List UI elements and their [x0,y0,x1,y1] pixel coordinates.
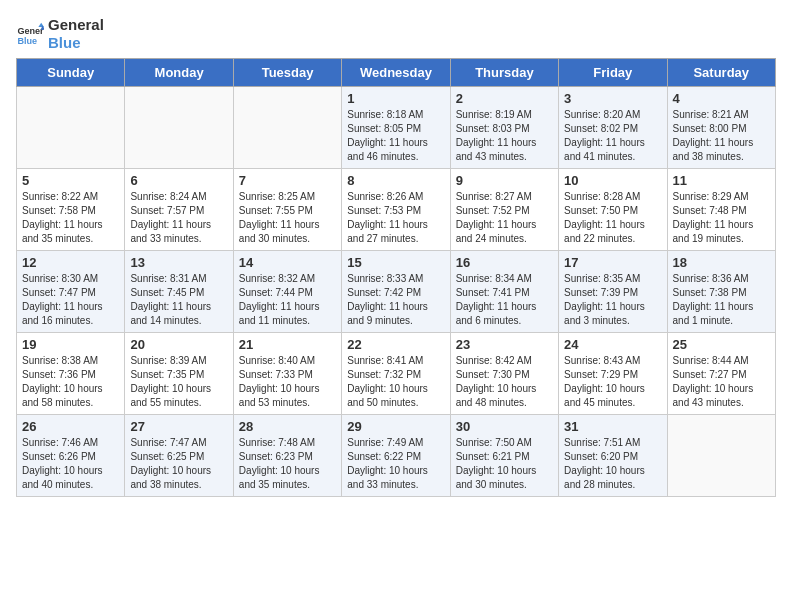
day-number: 3 [564,91,661,106]
day-info: Sunrise: 8:24 AM Sunset: 7:57 PM Dayligh… [130,190,227,246]
day-info: Sunrise: 8:35 AM Sunset: 7:39 PM Dayligh… [564,272,661,328]
day-info: Sunrise: 8:20 AM Sunset: 8:02 PM Dayligh… [564,108,661,164]
calendar-cell: 1Sunrise: 8:18 AM Sunset: 8:05 PM Daylig… [342,87,450,169]
day-info: Sunrise: 7:49 AM Sunset: 6:22 PM Dayligh… [347,436,444,492]
day-info: Sunrise: 8:40 AM Sunset: 7:33 PM Dayligh… [239,354,336,410]
day-header-saturday: Saturday [667,59,775,87]
day-info: Sunrise: 8:39 AM Sunset: 7:35 PM Dayligh… [130,354,227,410]
calendar-header-row: SundayMondayTuesdayWednesdayThursdayFrid… [17,59,776,87]
svg-text:General: General [17,26,44,36]
day-info: Sunrise: 8:27 AM Sunset: 7:52 PM Dayligh… [456,190,553,246]
day-number: 18 [673,255,770,270]
calendar-cell: 23Sunrise: 8:42 AM Sunset: 7:30 PM Dayli… [450,333,558,415]
day-number: 5 [22,173,119,188]
day-number: 2 [456,91,553,106]
calendar-cell: 27Sunrise: 7:47 AM Sunset: 6:25 PM Dayli… [125,415,233,497]
day-number: 31 [564,419,661,434]
svg-marker-2 [38,23,44,27]
logo: General Blue General Blue [16,16,104,52]
calendar-cell [125,87,233,169]
day-number: 27 [130,419,227,434]
calendar-cell: 19Sunrise: 8:38 AM Sunset: 7:36 PM Dayli… [17,333,125,415]
day-number: 11 [673,173,770,188]
calendar-cell: 22Sunrise: 8:41 AM Sunset: 7:32 PM Dayli… [342,333,450,415]
day-info: Sunrise: 8:19 AM Sunset: 8:03 PM Dayligh… [456,108,553,164]
day-number: 10 [564,173,661,188]
day-number: 17 [564,255,661,270]
day-number: 8 [347,173,444,188]
day-number: 19 [22,337,119,352]
calendar-week-row: 5Sunrise: 8:22 AM Sunset: 7:58 PM Daylig… [17,169,776,251]
day-number: 14 [239,255,336,270]
day-number: 26 [22,419,119,434]
logo-general: General [48,16,104,34]
calendar-cell: 18Sunrise: 8:36 AM Sunset: 7:38 PM Dayli… [667,251,775,333]
calendar-cell: 4Sunrise: 8:21 AM Sunset: 8:00 PM Daylig… [667,87,775,169]
day-info: Sunrise: 8:44 AM Sunset: 7:27 PM Dayligh… [673,354,770,410]
day-number: 23 [456,337,553,352]
logo-icon: General Blue [16,20,44,48]
svg-text:Blue: Blue [17,36,37,46]
calendar-cell: 17Sunrise: 8:35 AM Sunset: 7:39 PM Dayli… [559,251,667,333]
calendar-cell [17,87,125,169]
day-info: Sunrise: 8:43 AM Sunset: 7:29 PM Dayligh… [564,354,661,410]
day-number: 9 [456,173,553,188]
calendar-cell: 2Sunrise: 8:19 AM Sunset: 8:03 PM Daylig… [450,87,558,169]
day-number: 16 [456,255,553,270]
calendar-cell: 25Sunrise: 8:44 AM Sunset: 7:27 PM Dayli… [667,333,775,415]
day-header-monday: Monday [125,59,233,87]
calendar-cell: 14Sunrise: 8:32 AM Sunset: 7:44 PM Dayli… [233,251,341,333]
day-number: 7 [239,173,336,188]
day-number: 25 [673,337,770,352]
day-header-thursday: Thursday [450,59,558,87]
day-info: Sunrise: 7:46 AM Sunset: 6:26 PM Dayligh… [22,436,119,492]
day-number: 20 [130,337,227,352]
day-number: 12 [22,255,119,270]
day-info: Sunrise: 7:47 AM Sunset: 6:25 PM Dayligh… [130,436,227,492]
day-info: Sunrise: 8:30 AM Sunset: 7:47 PM Dayligh… [22,272,119,328]
calendar-cell: 11Sunrise: 8:29 AM Sunset: 7:48 PM Dayli… [667,169,775,251]
day-number: 15 [347,255,444,270]
day-info: Sunrise: 7:48 AM Sunset: 6:23 PM Dayligh… [239,436,336,492]
day-info: Sunrise: 8:28 AM Sunset: 7:50 PM Dayligh… [564,190,661,246]
day-info: Sunrise: 8:18 AM Sunset: 8:05 PM Dayligh… [347,108,444,164]
day-number: 24 [564,337,661,352]
day-number: 6 [130,173,227,188]
calendar-week-row: 12Sunrise: 8:30 AM Sunset: 7:47 PM Dayli… [17,251,776,333]
calendar-cell: 24Sunrise: 8:43 AM Sunset: 7:29 PM Dayli… [559,333,667,415]
day-info: Sunrise: 8:31 AM Sunset: 7:45 PM Dayligh… [130,272,227,328]
day-header-sunday: Sunday [17,59,125,87]
calendar-cell: 8Sunrise: 8:26 AM Sunset: 7:53 PM Daylig… [342,169,450,251]
day-info: Sunrise: 8:22 AM Sunset: 7:58 PM Dayligh… [22,190,119,246]
day-info: Sunrise: 7:51 AM Sunset: 6:20 PM Dayligh… [564,436,661,492]
calendar-cell: 13Sunrise: 8:31 AM Sunset: 7:45 PM Dayli… [125,251,233,333]
day-header-wednesday: Wednesday [342,59,450,87]
calendar-cell [667,415,775,497]
calendar-cell: 3Sunrise: 8:20 AM Sunset: 8:02 PM Daylig… [559,87,667,169]
day-number: 1 [347,91,444,106]
calendar-week-row: 19Sunrise: 8:38 AM Sunset: 7:36 PM Dayli… [17,333,776,415]
day-info: Sunrise: 8:26 AM Sunset: 7:53 PM Dayligh… [347,190,444,246]
calendar-week-row: 1Sunrise: 8:18 AM Sunset: 8:05 PM Daylig… [17,87,776,169]
day-header-friday: Friday [559,59,667,87]
day-number: 22 [347,337,444,352]
day-number: 30 [456,419,553,434]
calendar-cell: 6Sunrise: 8:24 AM Sunset: 7:57 PM Daylig… [125,169,233,251]
day-info: Sunrise: 8:29 AM Sunset: 7:48 PM Dayligh… [673,190,770,246]
calendar-cell: 5Sunrise: 8:22 AM Sunset: 7:58 PM Daylig… [17,169,125,251]
day-number: 28 [239,419,336,434]
calendar-table: SundayMondayTuesdayWednesdayThursdayFrid… [16,58,776,497]
day-info: Sunrise: 7:50 AM Sunset: 6:21 PM Dayligh… [456,436,553,492]
day-info: Sunrise: 8:33 AM Sunset: 7:42 PM Dayligh… [347,272,444,328]
calendar-cell [233,87,341,169]
calendar-cell: 29Sunrise: 7:49 AM Sunset: 6:22 PM Dayli… [342,415,450,497]
calendar-cell: 16Sunrise: 8:34 AM Sunset: 7:41 PM Dayli… [450,251,558,333]
day-info: Sunrise: 8:25 AM Sunset: 7:55 PM Dayligh… [239,190,336,246]
calendar-cell: 7Sunrise: 8:25 AM Sunset: 7:55 PM Daylig… [233,169,341,251]
calendar-cell: 15Sunrise: 8:33 AM Sunset: 7:42 PM Dayli… [342,251,450,333]
calendar-cell: 28Sunrise: 7:48 AM Sunset: 6:23 PM Dayli… [233,415,341,497]
calendar-cell: 12Sunrise: 8:30 AM Sunset: 7:47 PM Dayli… [17,251,125,333]
day-info: Sunrise: 8:32 AM Sunset: 7:44 PM Dayligh… [239,272,336,328]
calendar-cell: 21Sunrise: 8:40 AM Sunset: 7:33 PM Dayli… [233,333,341,415]
calendar-cell: 26Sunrise: 7:46 AM Sunset: 6:26 PM Dayli… [17,415,125,497]
